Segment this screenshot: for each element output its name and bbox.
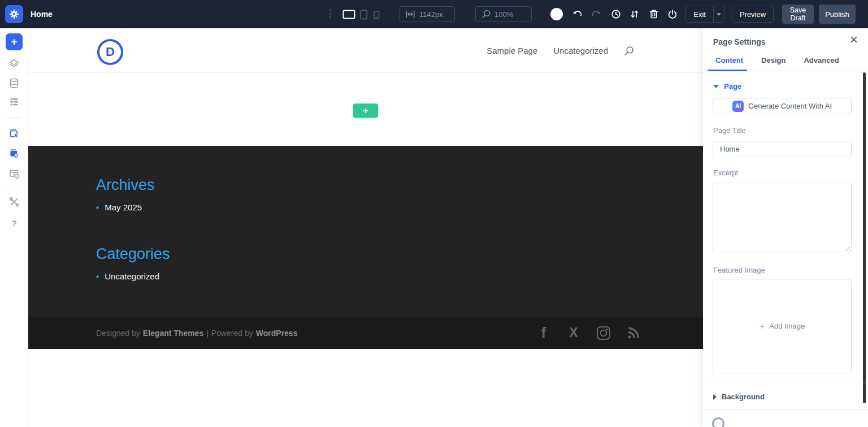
footer-widgets-section[interactable]: Archives • May 2025 Categories • Uncateg… bbox=[28, 146, 703, 317]
magnifier-icon bbox=[481, 10, 491, 19]
preview-button[interactable]: Preview bbox=[732, 6, 774, 23]
panel-divider bbox=[703, 409, 868, 409]
chevron-down-icon bbox=[717, 13, 721, 16]
database-icon[interactable] bbox=[8, 77, 20, 89]
panel-title: Page Settings bbox=[713, 37, 766, 46]
ai-icon: AI bbox=[732, 101, 744, 112]
list-item: • May 2025 bbox=[96, 202, 142, 212]
panel-scrollbar[interactable] bbox=[863, 72, 866, 403]
hover-mode-icon[interactable] bbox=[8, 128, 20, 139]
categories-widget-title[interactable]: Categories bbox=[96, 245, 170, 263]
tab-design[interactable]: Design bbox=[759, 54, 788, 67]
x-twitter-icon[interactable]: X bbox=[566, 326, 581, 340]
gear-icon bbox=[9, 9, 19, 19]
bullet-icon: • bbox=[96, 271, 99, 281]
page-settings-button[interactable] bbox=[5, 5, 23, 23]
exit-dropdown-caret[interactable] bbox=[714, 13, 724, 16]
phone-view-icon[interactable] bbox=[374, 11, 380, 19]
nav-item-uncategorized[interactable]: Uncategorized bbox=[553, 46, 608, 55]
history-icon[interactable] bbox=[610, 8, 622, 20]
page-title-topbar: Home bbox=[31, 0, 53, 28]
exit-label: Exit bbox=[686, 10, 713, 19]
facebook-icon[interactable]: f bbox=[536, 326, 551, 340]
builder-left-sidebar: + bbox=[0, 28, 28, 427]
credits-text: Designed by bbox=[96, 329, 140, 338]
chevron-right-icon bbox=[713, 394, 717, 400]
page-title-label: Page Title bbox=[713, 126, 746, 135]
excerpt-label: Excerpt bbox=[713, 169, 738, 177]
power-icon[interactable] bbox=[667, 8, 678, 20]
divi-builder-window: Home 1142px 100% bbox=[0, 0, 868, 427]
exit-button[interactable]: Exit bbox=[685, 6, 724, 23]
credits-separator: | bbox=[206, 329, 209, 338]
search-icon[interactable] bbox=[624, 46, 634, 56]
featured-image-label: Featured Image bbox=[713, 266, 765, 274]
page-settings-panel: Page Settings × Content Design Advanced … bbox=[703, 28, 868, 427]
social-icons: f X bbox=[536, 317, 641, 349]
footer-credits: Designed by Elegant Themes | Powered by … bbox=[96, 317, 297, 349]
save-draft-button[interactable]: Save Draft bbox=[782, 5, 814, 24]
builder-topbar: Home 1142px 100% bbox=[0, 0, 868, 28]
plus-icon: + bbox=[760, 321, 765, 331]
sidebar-divider bbox=[7, 188, 21, 188]
help-icon[interactable]: ? bbox=[0, 218, 28, 228]
active-tab-underline bbox=[708, 70, 747, 71]
archives-widget-title[interactable]: Archives bbox=[96, 176, 155, 194]
chevron-down-icon bbox=[713, 85, 719, 88]
panel-footer-icon[interactable] bbox=[712, 417, 724, 427]
instagram-icon[interactable] bbox=[596, 326, 611, 340]
background-section-toggle[interactable]: Background bbox=[713, 393, 765, 401]
tab-content[interactable]: Content bbox=[713, 54, 745, 67]
builder-mode-toggle[interactable] bbox=[550, 8, 563, 20]
site-header: D Sample Page Uncategorized bbox=[28, 28, 703, 73]
desktop-view-icon[interactable] bbox=[342, 10, 355, 19]
tab-advanced[interactable]: Advanced bbox=[801, 54, 841, 67]
canvas-width-value: 1142px bbox=[419, 10, 443, 19]
wireframe-view-icon[interactable] bbox=[8, 96, 20, 107]
page-section-toggle[interactable]: Page bbox=[713, 82, 741, 90]
tools-icon[interactable] bbox=[8, 196, 20, 208]
publish-button[interactable]: Publish bbox=[819, 5, 856, 24]
add-section-button[interactable]: + bbox=[353, 103, 378, 118]
categories-item-link[interactable]: Uncategorized bbox=[105, 271, 159, 281]
credits-text: Powered by bbox=[211, 329, 253, 338]
ai-button-label: Generate Content With AI bbox=[748, 102, 832, 110]
canvas-width-input[interactable]: 1142px bbox=[399, 6, 455, 22]
list-item: • Uncategorized bbox=[96, 271, 159, 281]
layers-icon[interactable] bbox=[8, 58, 20, 70]
panel-tabs: Content Design Advanced bbox=[703, 54, 868, 71]
redo-icon[interactable] bbox=[591, 8, 602, 20]
add-module-button[interactable]: + bbox=[6, 33, 23, 50]
page-canvas: D Sample Page Uncategorized + Archives •… bbox=[28, 28, 703, 427]
page-title-input[interactable] bbox=[713, 141, 852, 157]
panel-divider bbox=[703, 382, 868, 382]
archives-item-link[interactable]: May 2025 bbox=[105, 202, 142, 212]
divi-logo: D bbox=[97, 39, 123, 65]
footer-bottom-bar: Designed by Elegant Themes | Powered by … bbox=[28, 317, 703, 349]
add-image-label: Add Image bbox=[769, 322, 805, 330]
undo-icon[interactable] bbox=[572, 8, 583, 20]
zoom-value: 100% bbox=[494, 10, 513, 19]
sort-arrows-icon[interactable] bbox=[629, 8, 640, 20]
nav-item-sample-page[interactable]: Sample Page bbox=[487, 46, 537, 55]
zoom-input[interactable]: 100% bbox=[475, 6, 532, 22]
white-circle-icon bbox=[550, 8, 563, 20]
page-section-label: Page bbox=[724, 82, 741, 90]
trash-icon[interactable] bbox=[648, 8, 659, 20]
generate-content-ai-button[interactable]: AI Generate Content With AI bbox=[713, 98, 852, 114]
rss-icon[interactable] bbox=[626, 326, 641, 340]
bullet-icon: • bbox=[96, 202, 99, 212]
toolbar-drag-handle-icon[interactable] bbox=[329, 10, 331, 18]
add-image-dropzone[interactable]: + Add Image bbox=[713, 279, 852, 373]
background-section-label: Background bbox=[722, 393, 765, 401]
site-nav: Sample Page Uncategorized bbox=[487, 28, 634, 73]
width-icon bbox=[405, 10, 415, 18]
tablet-view-icon[interactable] bbox=[360, 10, 368, 20]
click-mode-icon[interactable] bbox=[8, 148, 20, 159]
excerpt-textarea[interactable] bbox=[713, 183, 852, 252]
wordpress-link[interactable]: WordPress bbox=[256, 329, 298, 338]
close-icon[interactable]: × bbox=[850, 33, 858, 46]
sidebar-divider bbox=[7, 117, 21, 118]
page-layout-icon[interactable] bbox=[8, 168, 20, 179]
elegant-themes-link[interactable]: Elegant Themes bbox=[143, 329, 203, 338]
